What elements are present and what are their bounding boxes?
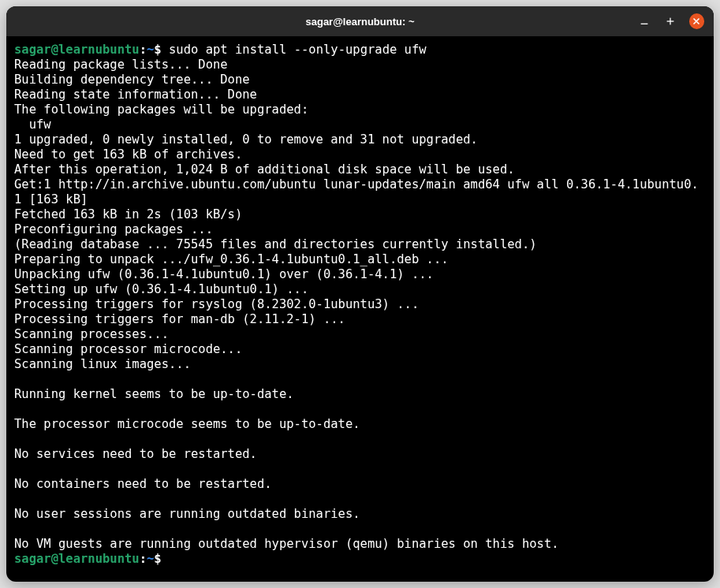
- output-line: Reading state information... Done: [14, 87, 257, 102]
- output-line: ufw: [14, 117, 51, 132]
- titlebar[interactable]: sagar@learnubuntu: ~: [6, 6, 714, 36]
- output-line: No VM guests are running outdated hyperv…: [14, 537, 559, 551]
- maximize-button[interactable]: [662, 13, 677, 29]
- output-line: Unpacking ufw (0.36.1-4.1ubuntu0.1) over…: [14, 267, 434, 281]
- close-button[interactable]: [689, 13, 704, 29]
- output-line: Processing triggers for rsyslog (8.2302.…: [14, 297, 419, 311]
- prompt-dollar: $: [154, 43, 161, 57]
- plus-icon: [665, 16, 676, 27]
- prompt-path: ~: [147, 552, 154, 566]
- prompt-user-host: sagar@learnubuntu: [14, 43, 140, 57]
- output-line: (Reading database ... 75545 files and di…: [14, 237, 537, 251]
- terminal-window: sagar@learnubuntu: ~ sagar@learnubuntu:~…: [6, 6, 714, 582]
- minimize-icon: [639, 16, 650, 27]
- prompt-path: ~: [147, 43, 154, 57]
- close-icon: [691, 16, 702, 27]
- svg-rect-2: [667, 20, 674, 21]
- output-line: The following packages will be upgraded:: [14, 102, 308, 117]
- output-line: No containers need to be restarted.: [14, 477, 272, 491]
- output-line: Preparing to unpack .../ufw_0.36.1-4.1ub…: [14, 252, 449, 266]
- output-line: Get:1 http://in.archive.ubuntu.com/ubunt…: [14, 177, 699, 207]
- output-line: Need to get 163 kB of archives.: [14, 147, 242, 162]
- output-line: Scanning linux images...: [14, 357, 191, 371]
- output-line: Setting up ufw (0.36.1-4.1ubuntu0.1) ...: [14, 282, 308, 296]
- prompt-colon: :: [140, 552, 147, 566]
- output-line: No services need to be restarted.: [14, 447, 257, 461]
- command-text: sudo apt install --only-upgrade ufw: [162, 43, 427, 57]
- output-line: Processing triggers for man-db (2.11.2-1…: [14, 312, 345, 326]
- minimize-button[interactable]: [636, 13, 651, 29]
- terminal-content[interactable]: sagar@learnubuntu:~$ sudo apt install --…: [6, 36, 714, 582]
- output-line: No user sessions are running outdated bi…: [14, 507, 360, 521]
- output-line: Building dependency tree... Done: [14, 73, 250, 87]
- prompt-colon: :: [140, 43, 147, 57]
- prompt-user-host: sagar@learnubuntu: [14, 552, 140, 566]
- output-line: Fetched 163 kB in 2s (103 kB/s): [14, 207, 242, 221]
- output-line: Reading package lists... Done: [14, 58, 228, 72]
- output-line: Scanning processes...: [14, 327, 169, 341]
- output-line: Preconfiguring packages ...: [14, 222, 213, 236]
- prompt-dollar: $: [154, 552, 161, 566]
- window-title: sagar@learnubuntu: ~: [84, 16, 636, 28]
- output-line: Scanning processor microcode...: [14, 342, 242, 356]
- window-controls: [636, 13, 707, 29]
- output-line: The processor microcode seems to be up-t…: [14, 417, 360, 431]
- output-line: After this operation, 1,024 B of additio…: [14, 162, 515, 177]
- output-line: 1 upgraded, 0 newly installed, 0 to remo…: [14, 132, 478, 147]
- output-line: Running kernel seems to be up-to-date.: [14, 387, 294, 401]
- svg-rect-0: [640, 24, 647, 24]
